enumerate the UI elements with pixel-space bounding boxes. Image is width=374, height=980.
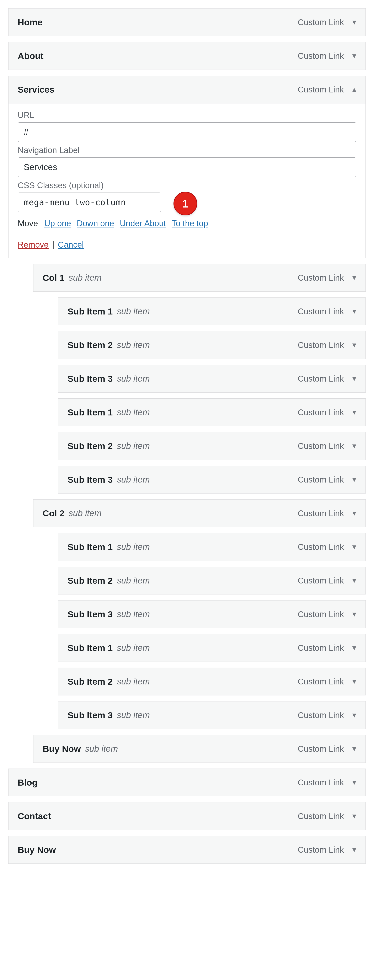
menu-item: Col 1 sub item Custom Link ▼ <box>33 264 366 292</box>
menu-item: Sub Item 1 sub item Custom Link ▼ <box>58 634 366 662</box>
css-classes-field[interactable] <box>18 192 161 212</box>
menu-item-header[interactable]: Sub Item 2 sub item Custom Link ▼ <box>58 668 366 695</box>
chevron-down-icon[interactable]: ▼ <box>351 745 358 753</box>
menu-item-header[interactable]: Col 2 sub item Custom Link ▼ <box>33 500 366 527</box>
url-field[interactable] <box>18 123 356 142</box>
menu-item-subtitle: sub item <box>117 340 150 350</box>
menu-item-header[interactable]: Sub Item 2 sub item Custom Link ▼ <box>58 331 366 359</box>
chevron-down-icon[interactable]: ▼ <box>351 476 358 484</box>
remove-link[interactable]: Remove <box>18 240 49 249</box>
move-under-link[interactable]: Under About <box>120 219 166 228</box>
menu-item: Home Custom Link ▼ <box>8 8 366 36</box>
move-top-link[interactable]: To the top <box>172 219 208 228</box>
menu-item-title: Buy Now <box>43 744 81 754</box>
menu-item-title: Col 2 <box>43 508 64 519</box>
menu-item: Sub Item 3 sub item Custom Link ▼ <box>58 600 366 628</box>
menu-item-title: Services <box>18 84 54 95</box>
menu-item-header[interactable]: Contact Custom Link ▼ <box>8 802 366 830</box>
menu-item: Col 2 sub item Custom Link ▼ <box>33 500 366 527</box>
menu-item-subtitle: sub item <box>68 508 102 518</box>
move-down-link[interactable]: Down one <box>77 219 114 228</box>
move-up-link[interactable]: Up one <box>44 219 71 228</box>
menu-item-header[interactable]: Buy Now Custom Link ▼ <box>8 836 366 864</box>
move-controls: Move Up one Down one Under About To the … <box>18 219 356 228</box>
chevron-up-icon[interactable]: ▲ <box>351 86 358 94</box>
menu-item-header[interactable]: Sub Item 2 sub item Custom Link ▼ <box>58 432 366 460</box>
chevron-down-icon[interactable]: ▼ <box>351 341 358 349</box>
chevron-down-icon[interactable]: ▼ <box>351 611 358 618</box>
menu-item: Sub Item 2 sub item Custom Link ▼ <box>58 668 366 695</box>
menu-item-type: Custom Link <box>298 273 344 283</box>
menu-item-header[interactable]: Services Custom Link ▲ <box>8 76 366 103</box>
chevron-down-icon[interactable]: ▼ <box>351 375 358 383</box>
nav-label-field[interactable] <box>18 158 356 177</box>
chevron-down-icon[interactable]: ▼ <box>351 442 358 450</box>
menu-item-header[interactable]: Sub Item 3 sub item Custom Link ▼ <box>58 365 366 393</box>
menu-item-subtitle: sub item <box>117 710 150 720</box>
menu-item-header[interactable]: Sub Item 1 sub item Custom Link ▼ <box>58 533 366 561</box>
chevron-down-icon[interactable]: ▼ <box>351 409 358 416</box>
chevron-down-icon[interactable]: ▼ <box>351 644 358 652</box>
item-actions: Remove | Cancel <box>18 240 356 250</box>
menu-item-title: Sub Item 1 <box>67 643 113 653</box>
chevron-down-icon[interactable]: ▼ <box>351 779 358 786</box>
nav-label-label: Navigation Label <box>18 146 356 155</box>
menu-item-header[interactable]: Sub Item 3 sub item Custom Link ▼ <box>58 600 366 628</box>
chevron-down-icon[interactable]: ▼ <box>351 509 358 517</box>
menu-item-type: Custom Link <box>298 643 344 653</box>
menu-item-subtitle: sub item <box>117 441 150 451</box>
menu-item-subtitle: sub item <box>117 374 150 383</box>
menu-item-subtitle: sub item <box>117 676 150 687</box>
menu-item-title: Sub Item 2 <box>67 676 113 687</box>
menu-item-header[interactable]: Home Custom Link ▼ <box>8 8 366 36</box>
menu-item-header[interactable]: Sub Item 1 sub item Custom Link ▼ <box>58 634 366 662</box>
chevron-down-icon[interactable]: ▼ <box>351 19 358 26</box>
menu-item-header[interactable]: Sub Item 1 sub item Custom Link ▼ <box>58 398 366 426</box>
menu-item-header[interactable]: About Custom Link ▼ <box>8 42 366 70</box>
menu-item-subtitle: sub item <box>85 744 118 754</box>
chevron-down-icon[interactable]: ▼ <box>351 52 358 60</box>
menu-item: Sub Item 3 sub item Custom Link ▼ <box>58 701 366 729</box>
menu-item-header[interactable]: Sub Item 3 sub item Custom Link ▼ <box>58 701 366 729</box>
menu-item-header[interactable]: Buy Now sub item Custom Link ▼ <box>33 735 366 763</box>
menu-item-header[interactable]: Blog Custom Link ▼ <box>8 768 366 796</box>
menu-item: Sub Item 1 sub item Custom Link ▼ <box>58 298 366 325</box>
css-classes-label: CSS Classes (optional) <box>18 181 356 190</box>
chevron-down-icon[interactable]: ▼ <box>351 678 358 686</box>
menu-item-title: Sub Item 3 <box>67 475 113 485</box>
menu-item-title: About <box>18 51 43 61</box>
menu-item-type: Custom Link <box>298 18 344 27</box>
menu-item-subtitle: sub item <box>117 643 150 653</box>
menu-item-header[interactable]: Col 1 sub item Custom Link ▼ <box>33 264 366 292</box>
menu-item: Sub Item 2 sub item Custom Link ▼ <box>58 566 366 595</box>
menu-item-header[interactable]: Sub Item 2 sub item Custom Link ▼ <box>58 566 366 595</box>
menu-item-title: Sub Item 2 <box>67 340 113 350</box>
menu-item-type: Custom Link <box>298 576 344 585</box>
chevron-down-icon[interactable]: ▼ <box>351 812 358 820</box>
menu-item: Sub Item 3 sub item Custom Link ▼ <box>58 466 366 493</box>
chevron-down-icon[interactable]: ▼ <box>351 846 358 854</box>
menu-item-subtitle: sub item <box>117 542 150 552</box>
menu-item-header[interactable]: Sub Item 3 sub item Custom Link ▼ <box>58 466 366 493</box>
menu-item-header[interactable]: Sub Item 1 sub item Custom Link ▼ <box>58 298 366 325</box>
menu-item: Sub Item 2 sub item Custom Link ▼ <box>58 331 366 359</box>
menu-item: Buy Now sub item Custom Link ▼ <box>33 735 366 763</box>
chevron-down-icon[interactable]: ▼ <box>351 308 358 315</box>
menu-structure-list: Home Custom Link ▼ About Custom Link ▼ S… <box>8 8 366 864</box>
menu-item-type: Custom Link <box>298 845 344 854</box>
menu-item-title: Home <box>18 17 42 27</box>
menu-item: Buy Now Custom Link ▼ <box>8 836 366 864</box>
menu-item-type: Custom Link <box>298 778 344 787</box>
callout-badge-1: 1 <box>173 192 197 215</box>
menu-item-title: Sub Item 1 <box>67 306 113 317</box>
menu-item-type: Custom Link <box>298 475 344 484</box>
chevron-down-icon[interactable]: ▼ <box>351 711 358 719</box>
move-label: Move <box>18 219 38 228</box>
menu-item-type: Custom Link <box>298 340 344 350</box>
menu-item-type: Custom Link <box>298 711 344 720</box>
chevron-down-icon[interactable]: ▼ <box>351 543 358 551</box>
chevron-down-icon[interactable]: ▼ <box>351 577 358 584</box>
cancel-link[interactable]: Cancel <box>58 240 84 249</box>
chevron-down-icon[interactable]: ▼ <box>351 274 358 282</box>
menu-item-subtitle: sub item <box>117 475 150 485</box>
